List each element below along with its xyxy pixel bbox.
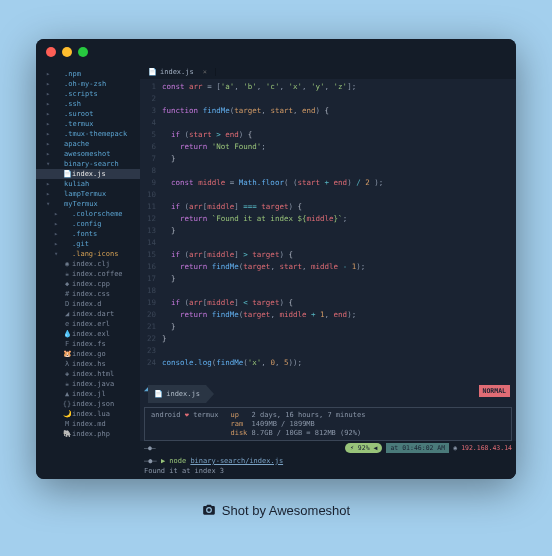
- status-left-decor: —●—: [144, 444, 156, 452]
- code-line[interactable]: return `Found it at index ${middle}`;: [162, 213, 516, 225]
- code-line[interactable]: return findMe(target, start, middle - 1)…: [162, 261, 516, 273]
- line-number: 11: [140, 201, 156, 213]
- main-panel: 📄 index.js × 123456789101112131415161718…: [140, 65, 516, 479]
- file-item[interactable]: 💧index.exl: [36, 329, 140, 339]
- file-item[interactable]: ▲index.jl: [36, 389, 140, 399]
- line-number: 23: [140, 345, 156, 357]
- disk-value: 8.7GB / 10GB = 812MB (92%): [252, 429, 362, 437]
- file-item[interactable]: Dindex.d: [36, 299, 140, 309]
- line-number: 17: [140, 273, 156, 285]
- tmux-status-bar: —●— ⚡ 92% ◀ at 01:46:02 AM ◉ 192.168.43.…: [140, 441, 516, 455]
- ram-value: 1409MB / 1899MB: [252, 420, 315, 428]
- line-number: 12: [140, 213, 156, 225]
- file-item[interactable]: 🐹index.go: [36, 349, 140, 359]
- code-line[interactable]: [162, 237, 516, 249]
- uptime-label: up: [230, 411, 238, 419]
- code-line[interactable]: return findMe(target, middle + 1, end);: [162, 309, 516, 321]
- code-line[interactable]: if (arr[middle] > target) {: [162, 249, 516, 261]
- code-line[interactable]: function findMe(target, start, end) {: [162, 105, 516, 117]
- maximize-window-button[interactable]: [78, 47, 88, 57]
- code-line[interactable]: }: [162, 321, 516, 333]
- file-item[interactable]: ◈index.html: [36, 369, 140, 379]
- minimize-window-button[interactable]: [62, 47, 72, 57]
- folder-item[interactable]: ▸.termux: [36, 119, 140, 129]
- folder-item[interactable]: ▸lampTermux: [36, 189, 140, 199]
- folder-item[interactable]: ▸.fonts: [36, 229, 140, 239]
- folder-item[interactable]: ▸.config: [36, 219, 140, 229]
- uptime-value: 2 days, 16 hours, 7 minutes: [252, 411, 366, 419]
- editor-tab[interactable]: 📄 index.js ×: [140, 68, 216, 76]
- folder-item[interactable]: ▾myTermux: [36, 199, 140, 209]
- shell-prompt[interactable]: —●— ▶ node binary-search/index.js: [140, 455, 516, 467]
- line-number: 14: [140, 237, 156, 249]
- line-number: 4: [140, 117, 156, 129]
- file-item[interactable]: Findex.fs: [36, 339, 140, 349]
- code-line[interactable]: [162, 93, 516, 105]
- file-item[interactable]: {}index.json: [36, 399, 140, 409]
- code-line[interactable]: }: [162, 333, 516, 345]
- file-item[interactable]: ☕index.java: [36, 379, 140, 389]
- folder-item[interactable]: ▾.lang-icons: [36, 249, 140, 259]
- line-number: 2: [140, 93, 156, 105]
- folder-item[interactable]: ▸kuliah: [36, 179, 140, 189]
- code-line[interactable]: [162, 285, 516, 297]
- file-item[interactable]: 🌙index.lua: [36, 409, 140, 419]
- close-tab-icon[interactable]: ×: [203, 68, 207, 76]
- code-line[interactable]: if (arr[middle] === target) {: [162, 201, 516, 213]
- folder-item[interactable]: ▸.git: [36, 239, 140, 249]
- battery-indicator: ⚡ 92% ◀: [345, 443, 382, 453]
- file-item[interactable]: λindex.hs: [36, 359, 140, 369]
- code-line[interactable]: if (arr[middle] < target) {: [162, 297, 516, 309]
- code-line[interactable]: }: [162, 273, 516, 285]
- heart-icon: ❤: [185, 411, 189, 419]
- folder-item[interactable]: ▸.npm: [36, 69, 140, 79]
- code-line[interactable]: [162, 189, 516, 201]
- node-command: ▶ node: [161, 457, 186, 465]
- code-content[interactable]: const arr = ['a', 'b', 'c', 'x', 'y', 'z…: [162, 79, 516, 382]
- file-item[interactable]: #index.css: [36, 289, 140, 299]
- code-line[interactable]: const middle = Math.floor( (start + end)…: [162, 177, 516, 189]
- code-line[interactable]: const arr = ['a', 'b', 'c', 'x', 'y', 'z…: [162, 81, 516, 93]
- code-line[interactable]: }: [162, 225, 516, 237]
- file-item[interactable]: ◉index.clj: [36, 259, 140, 269]
- folder-item[interactable]: ▸.scripts: [36, 89, 140, 99]
- code-line[interactable]: return 'Not Found';: [162, 141, 516, 153]
- tab-bar: 📄 index.js ×: [140, 65, 516, 79]
- content-area: ▸.npm▸.oh-my-zsh▸.scripts▸.ssh▸.suroot▸.…: [36, 65, 516, 479]
- vim-mode-badge: NORMAL: [479, 385, 510, 397]
- badge-arrow: [206, 385, 214, 403]
- line-number: 9: [140, 177, 156, 189]
- line-number: 20: [140, 309, 156, 321]
- code-line[interactable]: console.log(findMe('x', 0, 5));: [162, 357, 516, 369]
- line-number: 5: [140, 129, 156, 141]
- file-item[interactable]: ◢index.dart: [36, 309, 140, 319]
- folder-item[interactable]: ▸.suroot: [36, 109, 140, 119]
- line-number-gutter: 123456789101112131415161718192021222324: [140, 79, 162, 382]
- folder-item[interactable]: ▸.oh-my-zsh: [36, 79, 140, 89]
- line-number: 16: [140, 261, 156, 273]
- file-item[interactable]: ☕index.coffee: [36, 269, 140, 279]
- code-line[interactable]: [162, 345, 516, 357]
- line-number: 8: [140, 165, 156, 177]
- file-item[interactable]: Mindex.md: [36, 419, 140, 429]
- file-item[interactable]: ◆index.cpp: [36, 279, 140, 289]
- folder-item[interactable]: ▸awesomeshot: [36, 149, 140, 159]
- folder-item[interactable]: ▾binary-search: [36, 159, 140, 169]
- code-line[interactable]: if (start > end) {: [162, 129, 516, 141]
- camera-icon: [202, 503, 216, 517]
- file-item[interactable]: 📄index.js: [36, 169, 140, 179]
- file-item[interactable]: 🐘index.php: [36, 429, 140, 439]
- code-line[interactable]: }: [162, 153, 516, 165]
- code-line[interactable]: [162, 117, 516, 129]
- line-number: 21: [140, 321, 156, 333]
- code-editor[interactable]: 123456789101112131415161718192021222324 …: [140, 79, 516, 382]
- folder-item[interactable]: ▸apache: [36, 139, 140, 149]
- code-line[interactable]: [162, 165, 516, 177]
- file-item[interactable]: eindex.erl: [36, 319, 140, 329]
- folder-item[interactable]: ▸.colorscheme: [36, 209, 140, 219]
- folder-item[interactable]: ▸.ssh: [36, 99, 140, 109]
- folder-item[interactable]: ▸.tmux-themepack: [36, 129, 140, 139]
- close-window-button[interactable]: [46, 47, 56, 57]
- file-tree-sidebar[interactable]: ▸.npm▸.oh-my-zsh▸.scripts▸.ssh▸.suroot▸.…: [36, 65, 140, 479]
- line-number: 10: [140, 189, 156, 201]
